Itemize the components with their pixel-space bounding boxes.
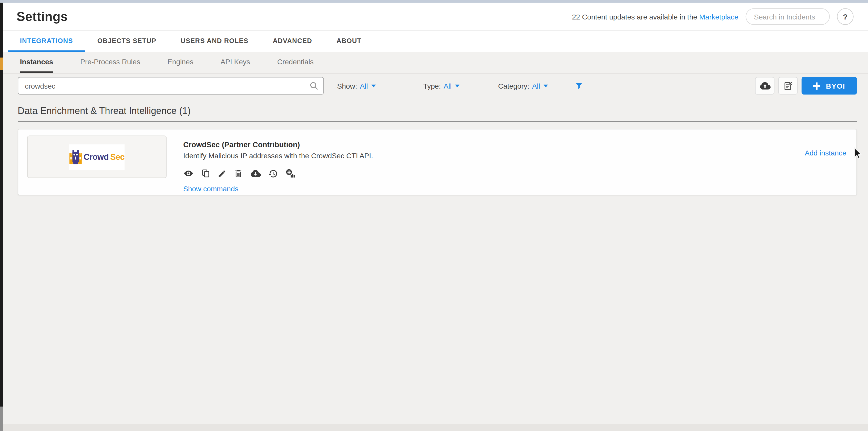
window-left-edge xyxy=(0,3,3,431)
cloud-upload-icon xyxy=(759,80,770,91)
crowdsec-logo: CrowdSec xyxy=(69,144,125,169)
add-widget-button[interactable] xyxy=(285,168,296,179)
trash-icon xyxy=(234,169,243,178)
filter-value: All xyxy=(532,82,540,90)
section-title: Data Enrichment & Threat Intelligence (1… xyxy=(18,106,857,117)
left-edge-foot xyxy=(0,407,3,431)
download-button[interactable] xyxy=(250,168,260,179)
integrations-toolbar: Show: All Type: All Category: All xyxy=(18,77,857,95)
section-divider xyxy=(18,121,857,122)
filter-show[interactable]: Show: All xyxy=(337,82,375,90)
byoi-label: BYOI xyxy=(826,82,845,90)
integration-search xyxy=(18,77,324,95)
funnel-icon xyxy=(574,81,583,90)
tab-integrations[interactable]: INTEGRATIONS xyxy=(8,31,85,52)
cloud-download-icon xyxy=(250,168,260,179)
subtab-label: Engines xyxy=(167,58,193,66)
integration-title: CrowdSec (Partner Contribution) xyxy=(183,141,373,149)
subtab-pre-process-rules[interactable]: Pre-Process Rules xyxy=(80,52,140,73)
pencil-icon xyxy=(218,169,226,178)
show-commands-link[interactable]: Show commands xyxy=(183,185,238,193)
filter-label: Show: xyxy=(337,82,357,90)
tab-label: ADVANCED xyxy=(273,37,312,44)
crowdsec-castle-icon xyxy=(69,148,82,166)
subtab-api-keys[interactable]: API Keys xyxy=(220,52,250,73)
copy-button[interactable] xyxy=(201,169,210,178)
chevron-down-icon xyxy=(455,84,459,87)
settings-page: Settings 22 Content updates are availabl… xyxy=(3,3,868,431)
toolbar-right: BYOI xyxy=(755,77,857,95)
main-tab-bar: INTEGRATIONS OBJECTS SETUP USERS AND ROL… xyxy=(3,31,868,52)
integration-actions xyxy=(183,168,373,179)
integration-description: Identify Malicious IP addresses with the… xyxy=(183,152,373,160)
subtab-label: Instances xyxy=(20,58,53,66)
upload-integration-button[interactable] xyxy=(755,77,774,95)
question-mark-icon: ? xyxy=(843,12,847,21)
filter-value: All xyxy=(444,82,452,90)
chevron-down-icon xyxy=(371,84,375,87)
tab-users-and-roles[interactable]: USERS AND ROLES xyxy=(168,31,260,52)
filter-label: Category: xyxy=(498,82,529,90)
app-window: Settings 22 Content updates are availabl… xyxy=(0,0,868,431)
tab-about[interactable]: ABOUT xyxy=(324,31,374,52)
subtab-engines[interactable]: Engines xyxy=(167,52,193,73)
filter-label: Type: xyxy=(423,82,441,90)
browser-edge-strip xyxy=(0,0,868,3)
view-button[interactable] xyxy=(183,168,194,179)
tab-objects-setup[interactable]: OBJECTS SETUP xyxy=(85,31,168,52)
crowdsec-logo-text-primary: Crowd xyxy=(84,152,108,162)
filter-value: All xyxy=(360,82,368,90)
subtab-label: Credentials xyxy=(277,58,314,66)
delete-button[interactable] xyxy=(234,169,243,178)
header-right: 22 Content updates are available in the … xyxy=(572,8,854,25)
tab-label: OBJECTS SETUP xyxy=(97,37,156,44)
document-report-icon xyxy=(783,80,793,91)
incident-search xyxy=(746,8,830,25)
reset-version-button[interactable] xyxy=(268,168,278,178)
integration-card-info: CrowdSec (Partner Contribution) Identify… xyxy=(183,135,373,189)
chevron-down-icon xyxy=(543,84,548,87)
plus-chart-icon xyxy=(285,168,296,179)
plus-icon xyxy=(813,82,820,89)
help-button[interactable]: ? xyxy=(837,8,854,25)
content-area: Show: All Type: All Category: All xyxy=(3,73,868,431)
content-updates-note: 22 Content updates are available in the … xyxy=(572,12,738,21)
subtab-instances[interactable]: Instances xyxy=(20,52,53,73)
tab-label: USERS AND ROLES xyxy=(181,37,248,44)
subtab-credentials[interactable]: Credentials xyxy=(277,52,314,73)
tab-advanced[interactable]: ADVANCED xyxy=(260,31,324,52)
search-icon xyxy=(309,81,318,93)
bottom-shade xyxy=(3,424,868,431)
sub-tab-bar: Instances Pre-Process Rules Engines API … xyxy=(3,52,868,73)
byoi-button[interactable]: BYOI xyxy=(802,77,857,95)
filter-type[interactable]: Type: All xyxy=(423,82,460,90)
edit-button[interactable] xyxy=(218,169,226,178)
tab-label: INTEGRATIONS xyxy=(20,37,73,44)
add-instance-link[interactable]: Add instance xyxy=(805,149,846,157)
incident-search-input[interactable] xyxy=(746,8,830,25)
filter-category[interactable]: Category: All xyxy=(498,82,548,90)
left-edge-accent xyxy=(0,58,3,70)
page-header: Settings 22 Content updates are availabl… xyxy=(3,3,868,31)
export-report-button[interactable] xyxy=(778,77,798,95)
tab-label: ABOUT xyxy=(337,37,362,44)
subtab-label: Pre-Process Rules xyxy=(80,58,140,66)
subtab-label: API Keys xyxy=(220,58,250,66)
content-updates-text: 22 Content updates are available in the xyxy=(572,12,697,21)
integration-search-input[interactable] xyxy=(18,77,324,95)
eye-icon xyxy=(183,168,194,179)
integration-logo-tile: CrowdSec xyxy=(27,135,166,178)
page-title: Settings xyxy=(17,9,68,24)
marketplace-link[interactable]: Marketplace xyxy=(699,12,738,21)
filter-funnel-button[interactable] xyxy=(574,81,583,90)
mouse-cursor xyxy=(853,147,863,163)
crowdsec-logo-text-secondary: Sec xyxy=(110,152,125,162)
copy-icon xyxy=(201,169,210,178)
integration-card-crowdsec: CrowdSec CrowdSec (Partner Contribution)… xyxy=(18,129,857,195)
history-icon xyxy=(268,168,278,178)
